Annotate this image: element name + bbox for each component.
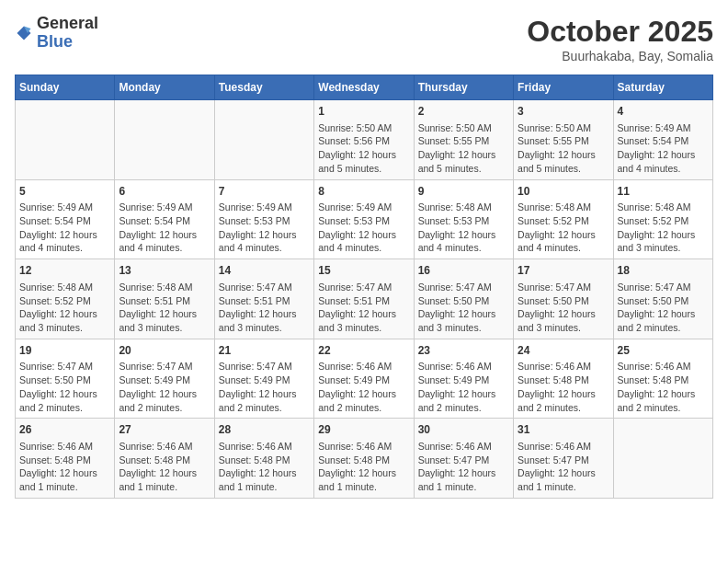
day-number: 27 xyxy=(119,422,210,438)
day-info: Sunrise: 5:49 AM Sunset: 5:54 PM Dayligh… xyxy=(19,201,110,255)
day-info: Sunrise: 5:47 AM Sunset: 5:49 PM Dayligh… xyxy=(219,360,310,414)
day-number: 14 xyxy=(219,263,310,279)
day-info: Sunrise: 5:48 AM Sunset: 5:52 PM Dayligh… xyxy=(618,201,709,255)
day-info: Sunrise: 5:48 AM Sunset: 5:52 PM Dayligh… xyxy=(19,281,110,335)
day-number: 28 xyxy=(219,422,310,438)
day-number: 25 xyxy=(618,343,709,359)
day-number: 4 xyxy=(618,104,709,120)
calendar-cell: 3Sunrise: 5:50 AM Sunset: 5:55 PM Daylig… xyxy=(514,100,613,180)
day-number: 3 xyxy=(518,104,609,120)
month-title: October 2025 xyxy=(527,15,713,49)
calendar-cell: 31Sunrise: 5:46 AM Sunset: 5:47 PM Dayli… xyxy=(514,419,613,499)
weekday-header-row: SundayMondayTuesdayWednesdayThursdayFrid… xyxy=(16,75,713,100)
calendar-cell: 6Sunrise: 5:49 AM Sunset: 5:54 PM Daylig… xyxy=(115,179,214,259)
day-number: 7 xyxy=(219,184,310,200)
page-header: General Blue October 2025 Buurhakaba, Ba… xyxy=(15,15,713,63)
day-info: Sunrise: 5:46 AM Sunset: 5:47 PM Dayligh… xyxy=(518,440,609,494)
calendar-cell: 14Sunrise: 5:47 AM Sunset: 5:51 PM Dayli… xyxy=(214,259,313,339)
day-number: 24 xyxy=(518,343,609,359)
day-number: 26 xyxy=(19,422,110,438)
day-number: 29 xyxy=(318,422,409,438)
calendar-cell: 24Sunrise: 5:46 AM Sunset: 5:48 PM Dayli… xyxy=(514,339,613,419)
day-info: Sunrise: 5:49 AM Sunset: 5:54 PM Dayligh… xyxy=(119,201,210,255)
calendar-cell: 9Sunrise: 5:48 AM Sunset: 5:53 PM Daylig… xyxy=(414,179,513,259)
calendar-cell: 22Sunrise: 5:46 AM Sunset: 5:49 PM Dayli… xyxy=(314,339,414,419)
day-info: Sunrise: 5:46 AM Sunset: 5:48 PM Dayligh… xyxy=(119,440,210,494)
logo-text: General Blue xyxy=(37,15,98,52)
weekday-header-saturday: Saturday xyxy=(613,75,712,100)
day-number: 19 xyxy=(19,343,110,359)
calendar-cell: 15Sunrise: 5:47 AM Sunset: 5:51 PM Dayli… xyxy=(314,259,414,339)
calendar-cell: 10Sunrise: 5:48 AM Sunset: 5:52 PM Dayli… xyxy=(514,179,613,259)
day-info: Sunrise: 5:49 AM Sunset: 5:53 PM Dayligh… xyxy=(219,201,310,255)
day-info: Sunrise: 5:49 AM Sunset: 5:53 PM Dayligh… xyxy=(318,201,409,255)
logo-general: General xyxy=(37,14,98,32)
weekday-header-monday: Monday xyxy=(115,75,214,100)
calendar-cell: 17Sunrise: 5:47 AM Sunset: 5:50 PM Dayli… xyxy=(514,259,613,339)
day-number: 11 xyxy=(618,184,709,200)
calendar-cell: 5Sunrise: 5:49 AM Sunset: 5:54 PM Daylig… xyxy=(16,179,115,259)
location-subtitle: Buurhakaba, Bay, Somalia xyxy=(527,49,713,63)
day-info: Sunrise: 5:50 AM Sunset: 5:55 PM Dayligh… xyxy=(418,121,509,176)
calendar-cell: 18Sunrise: 5:47 AM Sunset: 5:50 PM Dayli… xyxy=(613,259,712,339)
day-info: Sunrise: 5:48 AM Sunset: 5:51 PM Dayligh… xyxy=(119,281,210,335)
day-number: 22 xyxy=(318,343,409,359)
calendar-cell: 8Sunrise: 5:49 AM Sunset: 5:53 PM Daylig… xyxy=(314,179,414,259)
day-number: 15 xyxy=(318,263,409,279)
weekday-header-tuesday: Tuesday xyxy=(214,75,313,100)
day-number: 10 xyxy=(518,184,609,200)
calendar-cell: 4Sunrise: 5:49 AM Sunset: 5:54 PM Daylig… xyxy=(613,100,712,180)
week-row-4: 19Sunrise: 5:47 AM Sunset: 5:50 PM Dayli… xyxy=(16,339,713,419)
calendar-cell: 1Sunrise: 5:50 AM Sunset: 5:56 PM Daylig… xyxy=(314,100,414,180)
calendar-cell: 11Sunrise: 5:48 AM Sunset: 5:52 PM Dayli… xyxy=(613,179,712,259)
day-number: 23 xyxy=(418,343,509,359)
calendar-cell: 16Sunrise: 5:47 AM Sunset: 5:50 PM Dayli… xyxy=(414,259,513,339)
day-number: 9 xyxy=(418,184,509,200)
calendar-cell: 20Sunrise: 5:47 AM Sunset: 5:49 PM Dayli… xyxy=(115,339,214,419)
calendar-cell: 27Sunrise: 5:46 AM Sunset: 5:48 PM Dayli… xyxy=(115,419,214,499)
day-info: Sunrise: 5:47 AM Sunset: 5:50 PM Dayligh… xyxy=(518,281,609,335)
day-info: Sunrise: 5:48 AM Sunset: 5:52 PM Dayligh… xyxy=(518,201,609,255)
day-info: Sunrise: 5:46 AM Sunset: 5:49 PM Dayligh… xyxy=(318,360,409,414)
day-info: Sunrise: 5:46 AM Sunset: 5:48 PM Dayligh… xyxy=(19,440,110,494)
day-info: Sunrise: 5:47 AM Sunset: 5:50 PM Dayligh… xyxy=(618,281,709,335)
day-number: 12 xyxy=(19,263,110,279)
title-block: October 2025 Buurhakaba, Bay, Somalia xyxy=(527,15,713,63)
day-info: Sunrise: 5:50 AM Sunset: 5:56 PM Dayligh… xyxy=(318,121,409,176)
day-number: 20 xyxy=(119,343,210,359)
day-info: Sunrise: 5:49 AM Sunset: 5:54 PM Dayligh… xyxy=(618,121,709,176)
calendar-cell: 29Sunrise: 5:46 AM Sunset: 5:48 PM Dayli… xyxy=(314,419,414,499)
weekday-header-friday: Friday xyxy=(514,75,613,100)
day-info: Sunrise: 5:46 AM Sunset: 5:48 PM Dayligh… xyxy=(518,360,609,414)
calendar-cell: 23Sunrise: 5:46 AM Sunset: 5:49 PM Dayli… xyxy=(414,339,513,419)
day-info: Sunrise: 5:46 AM Sunset: 5:47 PM Dayligh… xyxy=(418,440,509,494)
day-number: 8 xyxy=(318,184,409,200)
calendar-cell: 28Sunrise: 5:46 AM Sunset: 5:48 PM Dayli… xyxy=(214,419,313,499)
day-info: Sunrise: 5:47 AM Sunset: 5:51 PM Dayligh… xyxy=(219,281,310,335)
calendar-cell: 26Sunrise: 5:46 AM Sunset: 5:48 PM Dayli… xyxy=(16,419,115,499)
weekday-header-wednesday: Wednesday xyxy=(314,75,414,100)
day-number: 2 xyxy=(418,104,509,120)
day-number: 13 xyxy=(119,263,210,279)
calendar-cell: 12Sunrise: 5:48 AM Sunset: 5:52 PM Dayli… xyxy=(16,259,115,339)
calendar-table: SundayMondayTuesdayWednesdayThursdayFrid… xyxy=(15,75,713,499)
week-row-2: 5Sunrise: 5:49 AM Sunset: 5:54 PM Daylig… xyxy=(16,179,713,259)
day-number: 17 xyxy=(518,263,609,279)
day-number: 5 xyxy=(19,184,110,200)
calendar-cell xyxy=(16,100,115,180)
day-info: Sunrise: 5:47 AM Sunset: 5:49 PM Dayligh… xyxy=(119,360,210,414)
day-number: 21 xyxy=(219,343,310,359)
day-info: Sunrise: 5:46 AM Sunset: 5:48 PM Dayligh… xyxy=(318,440,409,494)
day-number: 6 xyxy=(119,184,210,200)
day-number: 16 xyxy=(418,263,509,279)
calendar-cell: 13Sunrise: 5:48 AM Sunset: 5:51 PM Dayli… xyxy=(115,259,214,339)
day-number: 18 xyxy=(618,263,709,279)
calendar-cell: 19Sunrise: 5:47 AM Sunset: 5:50 PM Dayli… xyxy=(16,339,115,419)
calendar-cell xyxy=(115,100,214,180)
day-info: Sunrise: 5:46 AM Sunset: 5:48 PM Dayligh… xyxy=(219,440,310,494)
calendar-cell: 7Sunrise: 5:49 AM Sunset: 5:53 PM Daylig… xyxy=(214,179,313,259)
day-number: 30 xyxy=(418,422,509,438)
week-row-5: 26Sunrise: 5:46 AM Sunset: 5:48 PM Dayli… xyxy=(16,419,713,499)
logo-icon xyxy=(15,24,33,42)
logo: General Blue xyxy=(15,15,98,52)
